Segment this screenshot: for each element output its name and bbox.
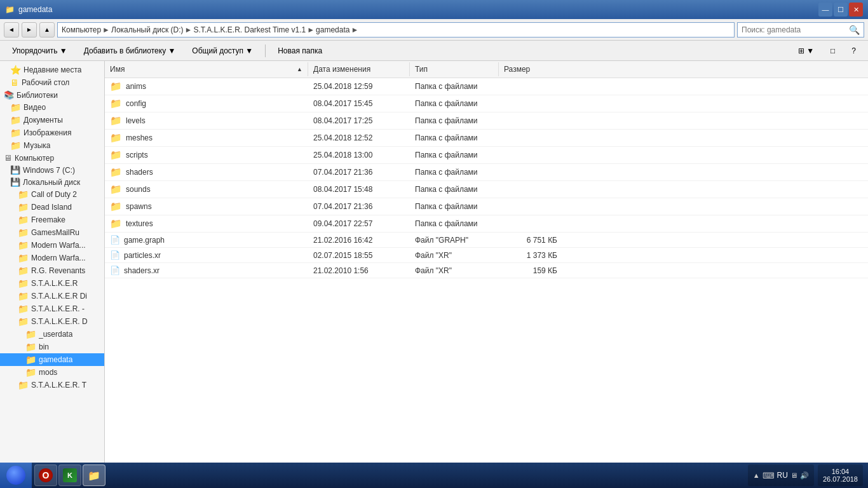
file-cell-date: 25.04.2018 13:00 (308, 147, 410, 163)
sidebar-item-label: Видео (24, 103, 46, 112)
folder-icon: 📁 (18, 240, 29, 250)
header-name[interactable]: Имя▲ (105, 62, 308, 76)
sidebar-item-stalker-dash[interactable]: 📁S.T.A.L.K.E.R. - (0, 302, 104, 315)
sidebar-item-label: S.T.A.L.K.E.R Di (31, 292, 87, 301)
tray-network: 🖥 (790, 471, 797, 479)
sidebar-item-libraries[interactable]: 📚Библиотеки (0, 89, 104, 101)
sidebar-item-rg-revenants[interactable]: 📁R.G. Revenants (0, 264, 104, 277)
toolbar-separator (265, 44, 266, 57)
tray-volume[interactable]: 🔊 (800, 471, 809, 480)
sidebar-item-dead-island[interactable]: 📁Dead Island (0, 201, 104, 214)
tray-lang[interactable]: RU (777, 471, 788, 480)
table-row[interactable]: 📄game.graph 21.02.2016 16:42 Файл "GRAPH… (105, 233, 868, 248)
file-rows: 📁anims 25.04.2018 12:59 Папка с файлами … (105, 78, 868, 278)
folder-icon: 📁 (10, 102, 21, 112)
sidebar-item-local-disk-d[interactable]: 💾Локальный диск (0, 176, 104, 188)
up-button[interactable]: ▲ (39, 22, 55, 37)
table-row[interactable]: 📁textures 09.04.2017 22:57 Папка с файла… (105, 215, 868, 233)
sidebar-item-stalker-t[interactable]: 📁S.T.A.L.K.E.R. T (0, 379, 104, 391)
search-input[interactable] (742, 25, 849, 34)
sidebar-item-mods[interactable]: 📁mods (0, 366, 104, 379)
desktop-icon: 🖥 (10, 78, 19, 88)
help-button[interactable]: ? (844, 43, 863, 59)
sidebar-item-documents[interactable]: 📁Документы (0, 114, 104, 126)
table-row[interactable]: 📁scripts 25.04.2018 13:00 Папка с файлам… (105, 147, 868, 164)
breadcrumb-computer[interactable]: Компьютер (62, 25, 101, 34)
minimize-button[interactable]: — (818, 3, 832, 17)
sidebar-item-computer[interactable]: 🖥Компьютер (0, 152, 104, 164)
search-box[interactable]: 🔍 (737, 22, 864, 37)
folder-icon: 📁 (10, 115, 21, 125)
preview-button[interactable]: □ (824, 43, 842, 59)
breadcrumb-stalker[interactable]: S.T.A.L.K.E.R. Darkest Time v1.1 (193, 25, 306, 34)
sidebar-item-label: Modern Warfa... (31, 254, 86, 262)
clock[interactable]: 16:04 26.07.2018 (818, 464, 863, 486)
forward-button[interactable]: ► (22, 22, 37, 37)
sidebar-item-modern-warfare2[interactable]: 📁Modern Warfa... (0, 252, 104, 264)
table-row[interactable]: 📁meshes 25.04.2018 12:52 Папка с файлами (105, 130, 868, 147)
sep1: ► (102, 25, 110, 34)
file-cell-date: 07.04.2017 21:36 (308, 199, 410, 214)
sidebar-item-label: Dead Island (31, 203, 72, 212)
file-cell-size (499, 113, 562, 128)
start-button[interactable] (0, 463, 32, 488)
file-cell-date: 25.04.2018 12:52 (308, 130, 410, 146)
tray-show-hidden[interactable]: ▲ (753, 471, 760, 479)
title-bar-left: 📁 gamedata (5, 5, 52, 14)
sidebar-item-images[interactable]: 📁Изображения (0, 126, 104, 139)
breadcrumb-gamedata[interactable]: gamedata (316, 25, 349, 34)
table-row[interactable]: 📁levels 08.04.2017 17:25 Папка с файлами (105, 112, 868, 130)
sidebar-item-recent-places[interactable]: ⭐Недавние места (0, 64, 104, 76)
sidebar-item-music[interactable]: 📁Музыка (0, 139, 104, 152)
sidebar-item-stalker-d[interactable]: 📁S.T.A.L.K.E.R. D (0, 315, 104, 328)
header-size[interactable]: Размер (499, 62, 562, 76)
clock-time: 16:04 (832, 468, 850, 475)
folder-icon: 📁 (18, 189, 29, 200)
sidebar-item-desktop[interactable]: 🖥Рабочий стол (0, 76, 104, 89)
sidebar-item-windows7c[interactable]: 💾Windows 7 (C:) (0, 164, 104, 176)
taskbar-app-files[interactable]: 📁 (83, 464, 105, 486)
sidebar-item-gamedata[interactable]: 📁gamedata (0, 353, 104, 366)
sidebar-item-label: R.G. Revenants (31, 266, 85, 275)
preview-icon: □ (831, 46, 835, 55)
organize-button[interactable]: Упорядочить ▼ (5, 43, 74, 59)
table-row[interactable]: 📄shaders.xr 21.02.2010 1:56 Файл "XR" 15… (105, 263, 868, 278)
library-button[interactable]: Добавить в библиотеку ▼ (77, 43, 183, 59)
sidebar-item-call-of-duty2[interactable]: 📁Call of Duty 2 (0, 188, 104, 201)
view-toggle-button[interactable]: ⊞ ▼ (791, 43, 821, 59)
folder-icon: 📁 (18, 278, 29, 288)
address-path[interactable]: Компьютер ► Локальный диск (D:) ► S.T.A.… (57, 22, 735, 37)
sidebar-item-stalker[interactable]: 📁S.T.A.L.K.E.R (0, 277, 104, 290)
table-row[interactable]: 📁config 08.04.2017 15:45 Папка с файлами (105, 95, 868, 112)
maximize-button[interactable]: ☐ (834, 3, 848, 17)
new-folder-button[interactable]: Новая папка (271, 43, 329, 59)
folder-icon: 📁 (25, 367, 36, 377)
sidebar-item-modern-warfare1[interactable]: 📁Modern Warfa... (0, 239, 104, 252)
file-cell-size: 6 751 КБ (499, 233, 562, 247)
file-cell-date: 21.02.2010 1:56 (308, 264, 410, 277)
sidebar-item-bin[interactable]: 📁bin (0, 341, 104, 353)
header-type[interactable]: Тип (410, 62, 499, 76)
sidebar-item-gamesmailru[interactable]: 📁GamesMailRu (0, 226, 104, 239)
table-row[interactable]: 📁spawns 07.04.2017 21:36 Папка с файлами (105, 198, 868, 215)
table-row[interactable]: 📁sounds 08.04.2017 15:48 Папка с файлами (105, 181, 868, 198)
breadcrumb-disk[interactable]: Локальный диск (D:) (111, 25, 184, 34)
share-button[interactable]: Общий доступ ▼ (185, 43, 260, 59)
file-cell-type: Папка с файлами (410, 199, 499, 214)
table-row[interactable]: 📁anims 25.04.2018 12:59 Папка с файлами (105, 78, 868, 95)
file-cell-type: Файл "GRAPH" (410, 233, 499, 247)
sidebar-item-video[interactable]: 📁Видео (0, 101, 104, 114)
taskbar-app-browser[interactable]: O (34, 464, 57, 486)
folder-icon: 📁 (110, 115, 122, 126)
back-button[interactable]: ◄ (4, 22, 19, 37)
taskbar-app-kaspersky[interactable]: K (58, 464, 81, 486)
sidebar-item-freemake[interactable]: 📁Freemake (0, 214, 104, 226)
table-row[interactable]: 📄particles.xr 02.07.2015 18:55 Файл "XR"… (105, 248, 868, 263)
sidebar-item-stalker-di[interactable]: 📁S.T.A.L.K.E.R Di (0, 290, 104, 302)
sidebar-item-userdata[interactable]: 📁_userdata (0, 328, 104, 341)
close-button[interactable]: ✕ (849, 3, 863, 17)
header-date[interactable]: Дата изменения (308, 62, 410, 76)
file-cell-date: 07.04.2017 21:36 (308, 165, 410, 180)
file-cell-type: Папка с файлами (410, 182, 499, 197)
table-row[interactable]: 📁shaders 07.04.2017 21:36 Папка с файлам… (105, 164, 868, 181)
